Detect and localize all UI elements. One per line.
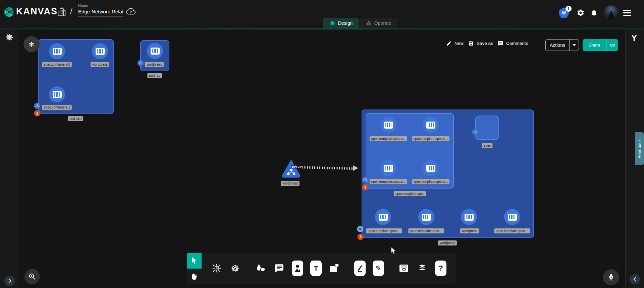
node-label: spec.template.spec.... — [408, 228, 444, 233]
actions-dropdown-toggle[interactable] — [569, 40, 579, 51]
actions-button[interactable]: Actions — [545, 39, 579, 51]
node-deployment-container-1[interactable] — [418, 209, 434, 225]
select-tool-button[interactable] — [187, 253, 202, 269]
zoom-search-button[interactable] — [24, 269, 40, 284]
note-tool-button[interactable] — [329, 261, 340, 276]
node-label: spec.template.spec.s... — [412, 136, 449, 141]
mouse-cursor — [390, 247, 396, 255]
left-rail — [0, 29, 19, 288]
link-icon — [609, 42, 615, 48]
relationship-badge[interactable] — [34, 103, 41, 109]
node-deployment-container-2[interactable] — [461, 209, 477, 225]
design-name-input[interactable]: Edge-Network-Relatio — [78, 9, 123, 16]
new-button-label: New — [454, 41, 464, 46]
shapes-tool-button[interactable] — [255, 261, 266, 276]
node-label: wordpress — [460, 228, 479, 233]
edge-arrowhead-icon — [353, 165, 358, 171]
issue-count-badge[interactable]: 3 — [358, 234, 364, 240]
group-label: pod-rcc — [147, 73, 162, 78]
settings-gear-icon[interactable] — [577, 9, 585, 17]
hand-icon — [191, 273, 198, 280]
user-avatar[interactable] — [604, 5, 618, 19]
node-label: wordpress — [91, 62, 109, 67]
group-spec-template-spec[interactable] — [366, 113, 454, 189]
share-button[interactable]: Share — [583, 39, 618, 51]
right-panel-handle[interactable]: Y — [631, 33, 637, 43]
issue-count-badge[interactable]: 2 — [34, 110, 41, 117]
node-wordpress-service[interactable] — [281, 160, 301, 179]
comments-button-label: Comments — [506, 41, 528, 46]
container-icon — [384, 165, 393, 172]
k8s-wheel-glyph: ☸ — [359, 227, 362, 231]
node-deployment-container-0[interactable] — [375, 209, 391, 225]
tab-operate[interactable]: Operate — [360, 18, 397, 28]
node-template-container-0[interactable] — [380, 117, 396, 133]
organization-icon[interactable] — [57, 7, 66, 16]
kanvas-logo-icon — [4, 6, 14, 18]
meshery-spinner-icon[interactable] — [5, 33, 14, 42]
comments-button[interactable]: Comments — [498, 41, 528, 46]
k8s-wheel-glyph: ☸ — [231, 263, 239, 274]
pen-tool-button[interactable] — [354, 261, 366, 276]
new-button[interactable]: New — [446, 41, 464, 46]
hamburger-menu-icon[interactable] — [623, 10, 631, 16]
layers-tool-button[interactable] — [417, 261, 428, 276]
feedback-tab[interactable]: Feedback — [635, 132, 644, 165]
media-tool-button[interactable] — [292, 261, 303, 276]
pen-nib-icon — [607, 273, 615, 282]
node-label: wordpress — [145, 62, 164, 67]
service-edge[interactable] — [301, 166, 354, 170]
node-deployment-container-3[interactable] — [504, 209, 520, 225]
comment-tool-button[interactable] — [273, 261, 285, 276]
brand-title: KANVAS — [16, 6, 58, 17]
container-icon — [53, 91, 62, 98]
sketch-tool-button[interactable]: ✎ — [373, 261, 384, 276]
kubernetes-badge[interactable]: ☸ — [357, 226, 364, 232]
chip-icon — [212, 263, 222, 273]
node-template-container-2[interactable] — [380, 160, 396, 176]
canvas-top-border — [0, 28, 644, 29]
notifications-bell-icon[interactable] — [590, 9, 598, 17]
hierarchy-icon — [364, 178, 367, 182]
save-as-button[interactable]: Save As — [468, 41, 493, 46]
design-name-field[interactable]: Name Edge-Network-Relatio — [78, 4, 123, 16]
node-wordpress-pod-rcc[interactable] — [147, 43, 163, 59]
node-label: spec — [482, 143, 492, 148]
share-button-label: Share — [583, 43, 606, 48]
relationship-badge[interactable] — [362, 177, 369, 183]
kubernetes-tool-button[interactable]: ☸ — [229, 261, 241, 276]
relationship-badge[interactable] — [472, 129, 479, 135]
node-wordpress-pod-skd[interactable] — [92, 43, 108, 59]
drawer-tool-button[interactable] — [398, 261, 410, 276]
layers-icon — [417, 264, 427, 273]
kanvas-app: KANVAS / Name Edge-Network-Relatio — [0, 0, 644, 288]
canvas-flower-button[interactable]: ✻ — [23, 36, 40, 52]
components-tool-button[interactable] — [211, 261, 222, 276]
text-tool-button[interactable]: T — [310, 261, 322, 276]
dock-tools: ☸ T — [202, 253, 456, 284]
expand-right-panel-button[interactable] — [630, 274, 640, 284]
drawing-mode-button[interactable] — [603, 269, 619, 285]
container-icon — [426, 122, 435, 129]
node-spec-containers-1[interactable] — [49, 86, 65, 102]
save-as-button-label: Save As — [477, 41, 493, 46]
pan-tool-button[interactable] — [187, 269, 202, 284]
container-icon — [53, 48, 62, 55]
pencil-glyph: ✎ — [376, 264, 381, 272]
copy-link-button[interactable] — [606, 39, 618, 51]
dock-mode-column — [187, 253, 202, 284]
comment-icon — [274, 264, 284, 273]
hierarchy-icon — [139, 61, 143, 65]
issue-count-badge[interactable]: 3 — [362, 184, 369, 191]
relationship-badge[interactable] — [138, 60, 144, 66]
tab-design[interactable]: Design — [323, 18, 359, 28]
node-spec[interactable] — [475, 116, 499, 140]
fountain-pen-icon — [357, 264, 363, 273]
group-label: pod-skd — [68, 116, 83, 121]
expand-left-panel-button[interactable] — [4, 276, 15, 286]
node-label: spec.template.spec.... — [494, 228, 530, 233]
node-template-container-1[interactable] — [423, 117, 439, 133]
node-spec-containers-0[interactable] — [49, 43, 65, 59]
help-tool-button[interactable]: ? — [435, 261, 446, 276]
node-template-container-3[interactable] — [423, 160, 439, 176]
